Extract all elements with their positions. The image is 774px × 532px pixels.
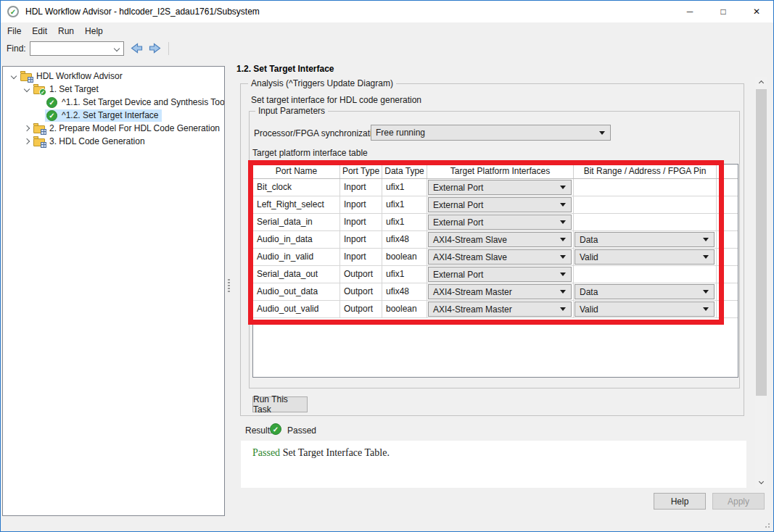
interface-cell: External Port <box>427 179 574 196</box>
bit-range-dropdown[interactable]: Data <box>575 284 715 299</box>
bit-range-dropdown-value: Data <box>575 284 703 299</box>
bit-range-cell <box>574 179 717 196</box>
close-button[interactable]: ✕ <box>740 1 773 22</box>
scrollbar-thumb[interactable] <box>756 89 767 396</box>
port-type-cell: Inport <box>340 231 382 248</box>
interface-dropdown[interactable]: External Port <box>428 267 572 282</box>
interface-dropdown[interactable]: External Port <box>428 197 572 212</box>
port-name-cell: Audio_out_valid <box>253 301 340 317</box>
bit-range-dropdown-value: Data <box>575 232 703 247</box>
dropdown-arrow-icon <box>560 238 566 241</box>
column-header: Port Name <box>253 165 340 178</box>
check-circle-icon: ✓ <box>46 97 57 108</box>
interface-dropdown[interactable]: AXI4-Stream Slave <box>428 232 572 247</box>
table-row: Serial_data_inInportufix1External Port <box>253 214 738 231</box>
bit-range-dropdown[interactable]: Valid <box>575 249 715 265</box>
tree-item[interactable]: ✓^1.1. Set Target Device and Synthesis T… <box>3 96 224 109</box>
port-name-cell: Bit_clock <box>253 179 340 196</box>
interface-dropdown-value: AXI4-Stream Master <box>429 302 560 317</box>
port-name-cell: Left_Right_select <box>253 196 340 213</box>
menu-run[interactable]: Run <box>58 26 74 36</box>
data-type-cell: ufix1 <box>382 266 427 283</box>
interface-table: Port NamePort TypeData TypeTarget Platfo… <box>252 164 738 378</box>
interface-dropdown-value: External Port <box>429 180 560 195</box>
help-button[interactable]: Help <box>654 493 706 510</box>
interface-dropdown[interactable]: AXI4-Stream Master <box>428 302 572 317</box>
chevron-right-icon[interactable] <box>21 135 32 148</box>
data-type-cell: boolean <box>382 249 427 265</box>
dropdown-arrow-icon <box>703 290 709 294</box>
resize-grip-icon[interactable] <box>763 521 770 528</box>
tree-item[interactable]: ✓1. Set Target <box>3 83 224 96</box>
apply-button[interactable]: Apply <box>712 493 765 510</box>
tree-item[interactable]: 2. Prepare Model For HDL Code Generation <box>3 122 224 135</box>
interface-table-header: Port NamePort TypeData TypeTarget Platfo… <box>253 165 738 179</box>
tree-item-label: ^1.2. Set Target Interface <box>62 110 159 120</box>
interface-dropdown-value: AXI4-Stream Slave <box>429 232 560 247</box>
interface-cell: AXI4-Stream Slave <box>427 231 574 248</box>
bit-range-dropdown[interactable]: Valid <box>575 302 715 317</box>
chevron-down-icon[interactable] <box>8 70 19 83</box>
scroll-up-button[interactable] <box>755 77 767 89</box>
port-type-cell: Outport <box>340 266 382 283</box>
port-name-cell: Audio_in_valid <box>253 249 340 265</box>
bit-range-cell <box>574 196 717 213</box>
interface-dropdown[interactable]: AXI4-Stream Master <box>428 284 572 299</box>
port-type-cell: Inport <box>340 179 382 196</box>
table-label: Target platform interface table <box>252 148 368 158</box>
find-next-button[interactable] <box>149 43 162 54</box>
panel-splitter[interactable] <box>225 66 233 516</box>
interface-dropdown[interactable]: External Port <box>428 215 572 230</box>
input-parameters-legend: Input Parameters <box>255 106 328 116</box>
expander-spacer <box>34 96 45 109</box>
menu-help[interactable]: Help <box>85 26 103 36</box>
tree-item[interactable]: 3. HDL Code Generation <box>3 135 224 148</box>
menu-file[interactable]: File <box>7 26 21 36</box>
result-message-box: Passed Set Target Interface Table. <box>241 441 746 488</box>
dropdown-arrow-icon <box>560 273 566 276</box>
data-type-cell: ufix1 <box>382 196 427 213</box>
interface-dropdown-value: AXI4-Stream Slave <box>429 249 560 265</box>
run-this-task-button[interactable]: Run This Task <box>252 396 308 412</box>
page-title: 1.2. Set Target Interface <box>236 64 334 74</box>
interface-dropdown-value: External Port <box>429 267 560 282</box>
port-type-cell: Inport <box>340 249 382 265</box>
port-name-cell: Audio_out_data <box>253 283 340 300</box>
data-type-cell: ufix1 <box>382 214 427 230</box>
interface-cell: AXI4-Stream Master <box>427 283 574 300</box>
interface-dropdown-value: External Port <box>429 197 560 212</box>
chevron-right-icon[interactable] <box>21 122 32 135</box>
result-label: Result: <box>245 425 272 436</box>
interface-table-body: Bit_clockInportufix1External PortLeft_Ri… <box>253 179 738 318</box>
find-input[interactable] <box>30 41 124 56</box>
task-description: Set target interface for HDL code genera… <box>251 95 421 105</box>
sync-dropdown[interactable]: Free running <box>371 125 611 141</box>
menu-edit[interactable]: Edit <box>32 26 47 36</box>
scroll-down-button[interactable] <box>755 475 767 488</box>
interface-dropdown[interactable]: External Port <box>428 180 572 195</box>
vertical-scrollbar[interactable] <box>755 77 767 488</box>
dropdown-arrow-icon <box>560 290 566 294</box>
maximize-button[interactable]: □ <box>707 1 740 22</box>
chevron-down-icon <box>759 479 764 484</box>
interface-dropdown[interactable]: AXI4-Stream Slave <box>428 249 572 265</box>
tree-item-label: 3. HDL Code Generation <box>49 136 145 146</box>
chevron-up-icon <box>759 80 764 86</box>
minimize-button[interactable]: ─ <box>673 1 707 22</box>
tree-item[interactable]: ✓^1.2. Set Target Interface <box>3 109 224 122</box>
dropdown-arrow-icon <box>560 220 566 224</box>
table-row: Audio_out_validOutportbooleanAXI4-Stream… <box>253 301 738 318</box>
bit-range-dropdown[interactable]: Data <box>575 232 715 247</box>
dropdown-arrow-icon <box>703 238 709 241</box>
dropdown-arrow-icon <box>560 255 566 259</box>
chevron-down-icon[interactable] <box>21 83 32 96</box>
result-message-status: Passed <box>252 447 280 458</box>
table-row: Left_Right_selectInportufix1External Por… <box>253 196 738 214</box>
port-name-cell: Serial_data_in <box>253 214 340 230</box>
bit-range-cell <box>574 214 717 230</box>
find-previous-button[interactable] <box>130 43 143 54</box>
folder-icon <box>20 73 32 81</box>
interface-dropdown-value: AXI4-Stream Master <box>429 284 560 299</box>
passed-check-icon: ✓ <box>270 423 281 435</box>
tree-item[interactable]: HDL Workflow Advisor <box>3 70 224 83</box>
